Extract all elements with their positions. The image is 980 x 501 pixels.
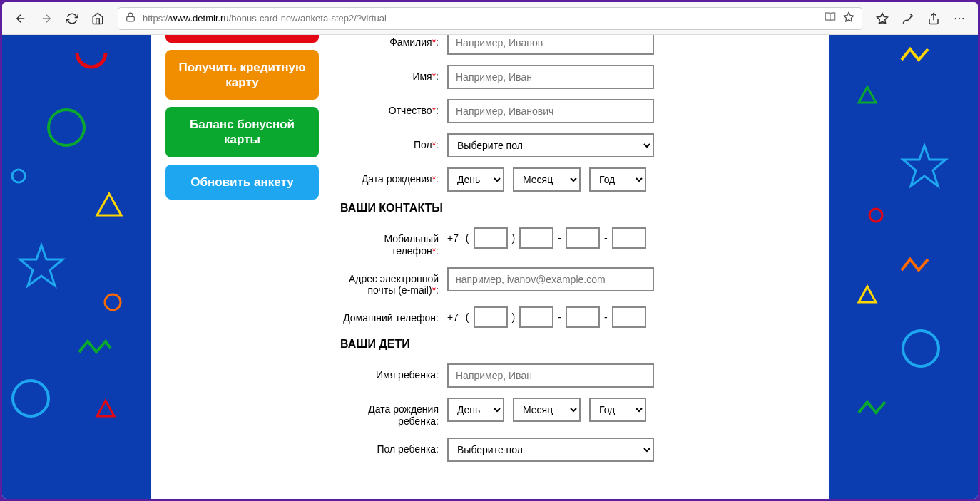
child-name-label: Имя ребенка:: [340, 363, 447, 381]
child-dob-label: Дата рождения ребенка:: [340, 398, 447, 428]
page-background: Получить виртуальную карту Получить кред…: [2, 35, 978, 499]
email-input[interactable]: [447, 267, 654, 291]
address-bar[interactable]: https://www.detmir.ru/bonus-card-new/ank…: [118, 7, 862, 30]
svg-marker-10: [20, 245, 63, 286]
more-button[interactable]: [948, 7, 971, 30]
mobile-label: Мобильный телефон*:: [340, 227, 447, 257]
child-dob-month-select[interactable]: Месяц: [513, 398, 581, 422]
child-gender-select[interactable]: Выберите пол: [447, 438, 654, 462]
svg-marker-13: [97, 401, 114, 416]
svg-point-3: [959, 17, 960, 19]
page-card: Получить виртуальную карту Получить кред…: [151, 35, 829, 499]
child-dob-day-select[interactable]: День: [447, 398, 504, 422]
svg-point-19: [903, 331, 939, 366]
svg-point-12: [13, 381, 49, 416]
browser-toolbar: https://www.detmir.ru/bonus-card-new/ank…: [2, 2, 978, 35]
child-name-input[interactable]: [447, 363, 654, 388]
svg-marker-18: [859, 286, 876, 302]
svg-rect-0: [127, 16, 135, 21]
mobile-code-input[interactable]: [474, 227, 508, 249]
name-label: Имя*:: [340, 65, 447, 83]
mobile-part3-input[interactable]: [612, 227, 646, 249]
svg-point-7: [49, 110, 84, 145]
notes-button[interactable]: [897, 7, 919, 30]
svg-marker-15: [859, 87, 876, 103]
back-button[interactable]: [9, 7, 32, 30]
patronymic-input[interactable]: [447, 99, 654, 123]
refresh-button[interactable]: [61, 7, 83, 30]
svg-point-11: [105, 294, 121, 310]
get-virtual-card-button[interactable]: Получить виртуальную карту: [165, 35, 319, 43]
child-gender-label: Пол ребенка:: [340, 438, 447, 455]
email-label: Адрес электронной почты (e-mail)*:: [340, 267, 447, 297]
balance-button[interactable]: Баланс бонусной карты: [165, 107, 319, 157]
home-button[interactable]: [86, 7, 109, 30]
surname-input[interactable]: [447, 35, 654, 55]
gender-label: Пол*:: [340, 133, 447, 151]
form-area: АНКЕТА ДЕРЖАТЕЛЕЙ БОНУСНОЙ КАРТЫ Фамилия…: [340, 35, 807, 499]
sidebar: Получить виртуальную карту Получить кред…: [165, 35, 319, 499]
svg-point-17: [869, 209, 882, 222]
gender-select[interactable]: Выберите пол: [447, 133, 654, 157]
svg-point-2: [955, 17, 956, 19]
home-part1-input[interactable]: [519, 306, 553, 328]
children-heading: ВАШИ ДЕТИ: [340, 338, 807, 351]
get-credit-card-button[interactable]: Получить кредитную карту: [165, 50, 319, 100]
lock-icon: [126, 12, 136, 25]
reader-icon[interactable]: [825, 11, 836, 26]
patronymic-label: Отчество*:: [340, 99, 447, 117]
home-code-input[interactable]: [474, 306, 508, 328]
share-button[interactable]: [922, 7, 945, 30]
svg-marker-9: [97, 194, 121, 215]
home-phone-label: Домашний телефон:: [340, 306, 447, 324]
forward-button[interactable]: [35, 7, 58, 30]
dob-label: Дата рождения*:: [340, 167, 447, 185]
url-text: https://www.detmir.ru/bonus-card-new/ank…: [143, 13, 817, 24]
mobile-part2-input[interactable]: [566, 227, 600, 249]
home-part2-input[interactable]: [566, 306, 600, 328]
svg-point-8: [12, 170, 25, 182]
dob-year-select[interactable]: Год: [589, 167, 646, 192]
update-form-button[interactable]: Обновить анкету: [165, 165, 319, 200]
surname-label: Фамилия*:: [340, 35, 447, 48]
name-input[interactable]: [447, 65, 654, 89]
svg-point-4: [962, 17, 964, 19]
dob-month-select[interactable]: Месяц: [513, 167, 581, 192]
dob-day-select[interactable]: День: [447, 167, 504, 192]
contacts-heading: ВАШИ КОНТАКТЫ: [340, 202, 807, 215]
mobile-part1-input[interactable]: [519, 227, 553, 249]
home-part3-input[interactable]: [612, 306, 646, 328]
svg-marker-16: [903, 145, 946, 186]
child-dob-year-select[interactable]: Год: [589, 398, 646, 422]
favorite-icon[interactable]: [843, 11, 854, 26]
favorites-button[interactable]: [871, 7, 894, 30]
content-scroll[interactable]: Получить виртуальную карту Получить кред…: [2, 35, 978, 499]
